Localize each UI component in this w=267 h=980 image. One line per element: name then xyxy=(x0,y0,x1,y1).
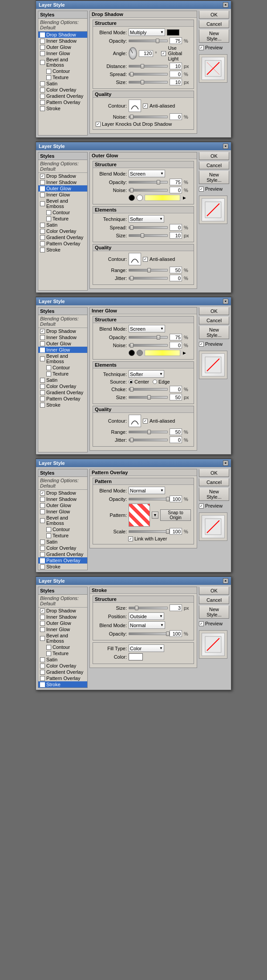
style-inner-shadow[interactable]: Inner Shadow xyxy=(38,334,87,340)
style-inner-shadow[interactable]: Inner Shadow xyxy=(38,38,87,44)
anti-aliased-checkbox[interactable] xyxy=(143,257,148,262)
distance-input[interactable] xyxy=(170,63,182,69)
blend-mode-select[interactable]: Normal ▼ xyxy=(129,487,165,494)
contour-preview[interactable] xyxy=(129,100,141,112)
style-checkbox[interactable] xyxy=(40,192,45,197)
style-outer-glow[interactable]: Outer Glow xyxy=(38,620,87,626)
color-circle-black[interactable] xyxy=(129,350,135,356)
style-checkbox[interactable] xyxy=(40,636,45,641)
style-inner-glow[interactable]: Inner Glow xyxy=(38,50,87,56)
source-edge[interactable]: Edge xyxy=(153,379,170,384)
style-drop-shadow[interactable]: Drop Shadow xyxy=(38,32,87,38)
snap-to-origin-button[interactable]: Snap to Origin xyxy=(160,509,191,521)
style-stroke[interactable]: Stroke xyxy=(38,247,87,253)
size-slider[interactable] xyxy=(129,396,168,399)
style-pattern-overlay[interactable]: Pattern Overlay xyxy=(38,240,87,247)
ok-button[interactable]: OK xyxy=(199,152,229,160)
style-checkbox[interactable] xyxy=(40,552,45,557)
style-checkbox[interactable] xyxy=(40,229,45,234)
edge-radio[interactable] xyxy=(153,380,157,384)
blend-mode-select[interactable]: Screen ▼ xyxy=(129,325,165,332)
preview-checkbox[interactable] xyxy=(199,45,204,50)
color-swatch[interactable] xyxy=(167,29,179,36)
new-style-button[interactable]: New Style... xyxy=(199,29,229,43)
noise-slider[interactable] xyxy=(129,344,168,347)
jitter-input[interactable] xyxy=(170,275,182,281)
style-checkbox[interactable] xyxy=(46,210,51,215)
color-circle-white[interactable] xyxy=(137,195,143,201)
position-select[interactable]: Outside ▼ xyxy=(129,612,164,620)
anti-aliased-checkbox[interactable] xyxy=(143,419,148,424)
style-checkbox[interactable] xyxy=(40,546,45,551)
style-color-overlay[interactable]: Color Overlay xyxy=(38,87,87,93)
style-drop-shadow[interactable]: Drop Shadow xyxy=(38,328,87,334)
anti-aliased-checkbox[interactable] xyxy=(143,104,148,108)
style-checkbox[interactable] xyxy=(40,39,45,44)
color-circle-gray[interactable] xyxy=(137,350,143,356)
style-checkbox[interactable] xyxy=(40,670,45,675)
blend-mode-select[interactable]: Normal ▼ xyxy=(129,621,165,629)
style-pattern-overlay[interactable]: Pattern Overlay xyxy=(38,675,87,681)
style-checkbox[interactable] xyxy=(40,45,45,50)
opacity-slider[interactable] xyxy=(129,181,168,184)
noise-input[interactable] xyxy=(170,342,182,348)
style-checkbox[interactable] xyxy=(40,32,45,37)
style-checkbox[interactable] xyxy=(40,356,45,361)
style-gradient-overlay[interactable]: Gradient Overlay xyxy=(38,93,87,99)
technique-select[interactable]: Softer ▼ xyxy=(129,370,164,378)
style-inner-shadow[interactable]: Inner Shadow xyxy=(38,614,87,620)
style-checkbox[interactable] xyxy=(40,60,45,65)
blend-mode-select[interactable]: Multiply ▼ xyxy=(129,28,165,36)
style-checkbox[interactable] xyxy=(40,491,45,496)
link-layer-checkbox[interactable] xyxy=(128,536,133,541)
style-checkbox[interactable] xyxy=(40,88,45,92)
style-outer-glow[interactable]: Outer Glow xyxy=(38,44,87,50)
technique-select[interactable]: Softer ▼ xyxy=(129,215,164,223)
blending-options-item[interactable]: Blending Options: Default xyxy=(38,160,87,173)
style-checkbox[interactable] xyxy=(40,497,45,502)
style-contour[interactable]: Contour xyxy=(38,364,87,371)
style-checkbox[interactable] xyxy=(40,180,45,185)
style-checkbox[interactable] xyxy=(40,664,45,668)
style-checkbox[interactable] xyxy=(40,201,45,206)
style-drop-shadow[interactable]: Drop Shadow xyxy=(38,608,87,614)
range-slider[interactable] xyxy=(129,431,168,433)
size-input[interactable] xyxy=(170,79,182,85)
style-bevel-emboss[interactable]: Bevel and Emboss xyxy=(38,56,87,68)
style-checkbox[interactable] xyxy=(40,94,45,99)
style-gradient-overlay[interactable]: Gradient Overlay xyxy=(38,669,87,675)
preview-checkbox[interactable] xyxy=(199,504,204,508)
style-satin[interactable]: Satin xyxy=(38,222,87,228)
style-checkbox[interactable] xyxy=(40,384,45,389)
close-button[interactable]: × xyxy=(223,460,228,466)
style-outer-glow[interactable]: Outer Glow xyxy=(38,340,87,347)
style-inner-shadow[interactable]: Inner Shadow xyxy=(38,179,87,185)
fill-type-select[interactable]: Color ▼ xyxy=(129,644,164,652)
style-drop-shadow[interactable]: Drop Shadow xyxy=(38,173,87,179)
style-stroke[interactable]: Stroke xyxy=(38,564,87,570)
ok-button[interactable]: OK xyxy=(199,587,229,595)
style-checkbox[interactable] xyxy=(40,518,45,523)
blending-options-item[interactable]: Blending Options: Default xyxy=(38,19,87,32)
style-bevel-emboss[interactable]: Bevel and Emboss xyxy=(38,515,87,526)
angle-input[interactable] xyxy=(139,50,153,57)
style-checkbox[interactable] xyxy=(40,341,45,346)
jitter-slider[interactable] xyxy=(129,439,168,441)
style-checkbox[interactable] xyxy=(40,106,45,111)
close-button[interactable]: × xyxy=(223,144,228,149)
style-color-overlay[interactable]: Color Overlay xyxy=(38,663,87,669)
style-checkbox[interactable] xyxy=(46,75,51,80)
style-satin[interactable]: Satin xyxy=(38,656,87,663)
size-slider[interactable] xyxy=(129,607,168,609)
choke-slider[interactable] xyxy=(129,388,168,391)
style-pattern-overlay[interactable]: Pattern Overlay xyxy=(38,557,87,564)
contour-preview[interactable] xyxy=(129,415,141,427)
layer-knocks-out-checkbox[interactable] xyxy=(96,122,101,127)
center-radio[interactable] xyxy=(129,380,133,384)
preview-checkbox[interactable] xyxy=(199,621,204,626)
style-gradient-overlay[interactable]: Gradient Overlay xyxy=(38,389,87,396)
style-texture[interactable]: Texture xyxy=(38,532,87,539)
style-bevel-emboss[interactable]: Bevel and Emboss xyxy=(38,198,87,209)
style-stroke[interactable]: Stroke xyxy=(38,105,87,112)
style-checkbox[interactable] xyxy=(40,564,45,569)
